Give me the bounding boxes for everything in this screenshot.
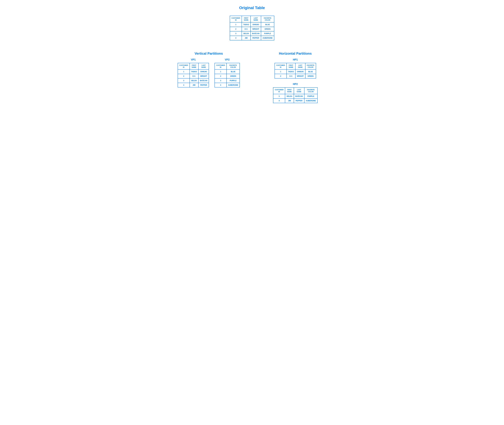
cell-color: GREEN [305,74,316,78]
cell-id: 4 [215,83,227,87]
hp2-block: HP2 CUSTOMERID FIRSTNAME LASTNAME FAVORI… [273,83,317,103]
vertical-partitions-title: Vertical Partitions [168,52,249,55]
vp1-block: VP1 CUSTOMERID FIRSTNAME LASTNAME 1 [178,58,209,88]
cell-last: OHNUKI [198,69,209,74]
cell-id: 3 [178,78,190,83]
col-header-last-name: LASTNAME [198,63,209,70]
cell-id: 1 [230,22,242,27]
cell-first: TAEKO [287,69,295,74]
cell-color: AUBERGINE [227,83,240,87]
cell-last: PEPPER [198,83,209,87]
cell-color: GREEN [261,27,274,31]
horizontal-partitions-group: Horizontal Partitions HP1 CUSTOMERID FIR… [255,52,336,103]
cell-id: 1 [215,69,227,74]
col-header-customer-id: CUSTOMERID [230,16,242,22]
cell-color: AUBERGINE [304,99,317,103]
cell-id: 2 [215,74,227,78]
cell-id: 1 [275,69,287,74]
hp2-table: CUSTOMERID FIRSTNAME LASTNAME FAVORITECO… [273,87,317,103]
col-header-first-name: FIRSTNAME [242,16,250,22]
vp-tables-container: VP1 CUSTOMERID FIRSTNAME LASTNAME 1 [168,58,249,88]
cell-color: BLUE [261,22,274,27]
vp2-table: CUSTOMERID FAVORITECOLOR 1 BLUE 2 [215,63,240,88]
cell-id: 3 [273,94,285,99]
table-row: 3 SELDA BAĞCAN [178,78,209,83]
col-header-first-name: FIRSTNAME [285,87,294,94]
cell-color: BLUE [227,69,240,74]
partitions-row: Vertical Partitions VP1 CUSTOMERID FIRST… [168,52,336,103]
cell-id: 2 [275,74,287,78]
diagram-container: Original Table CUSTOMERID FIRSTNAME LAST… [168,6,336,103]
vp1-title: VP1 [191,58,196,61]
cell-first: TAEKO [242,22,250,27]
cell-first: O.V. [190,74,198,78]
cell-last: WRIGHT [198,74,209,78]
col-header-favorite-color: FAVORITECOLOR [304,87,317,94]
table-row: 4 JIM PEPPER AUBERGINE [273,99,317,103]
cell-first: SELDA [285,94,294,99]
cell-id: 2 [178,74,190,78]
cell-id: 4 [230,36,242,40]
cell-last: BAĞCAN [198,78,209,83]
col-header-favorite-color: FAVORITECOLOR [227,63,240,70]
table-row: 4 AUBERGINE [215,83,240,87]
cell-first: SELDA [190,78,198,83]
table-row: 2 GREEN [215,74,240,78]
col-header-last-name: LASTNAME [250,16,261,22]
cell-color: BLUE [305,69,316,74]
cell-color: GREEN [227,74,240,78]
cell-first: O.V. [242,27,250,31]
cell-last: PEPPER [294,99,304,103]
cell-last: BAĞCAN [294,94,304,99]
table-row: 3 SELDA BAĞCAN PURPLE [273,94,317,99]
table-row: 3 SELDA BAĞCAN PURPLE [230,31,274,36]
vp1-table: CUSTOMERID FIRSTNAME LASTNAME 1 TAEKO OH… [178,63,209,88]
hp-tables-container: HP1 CUSTOMERID FIRSTNAME LASTNAME FAVORI… [255,58,336,103]
table-row: 2 O.V. WRIGHT GREEN [230,27,274,31]
cell-id: 3 [215,78,227,83]
cell-last: BAĞCAN [250,31,261,36]
cell-last: OHNUKI [250,22,261,27]
cell-id: 4 [178,83,190,87]
cell-color: AUBERGINE [261,36,274,40]
cell-id: 2 [230,27,242,31]
hp2-title: HP2 [293,83,298,86]
vp2-block: VP2 CUSTOMERID FAVORITECOLOR 1 BLUE [215,58,240,88]
original-table-title: Original Table [168,6,336,10]
original-table-section: CUSTOMERID FIRSTNAME LASTNAME FAVORITECO… [168,16,336,40]
table-row: 2 O.V. WRIGHT GREEN [275,74,316,78]
col-header-customer-id: CUSTOMERID [215,63,227,70]
table-row: 1 TAEKO OHNUKI BLUE [275,69,316,74]
hp1-table: CUSTOMERID FIRSTNAME LASTNAME FAVORITECO… [275,63,316,79]
horizontal-partitions-title: Horizontal Partitions [255,52,336,55]
cell-last: OHNUKI [295,69,305,74]
cell-first: JIM [190,83,198,87]
cell-id: 1 [178,69,190,74]
cell-last: WRIGHT [250,27,261,31]
table-row: 4 JIM PEPPER AUBERGINE [230,36,274,40]
cell-first: JIM [285,99,294,103]
cell-id: 3 [230,31,242,36]
cell-first: TAEKO [190,69,198,74]
table-row: 1 TAEKO OHNUKI [178,69,209,74]
cell-last: PEPPER [250,36,261,40]
col-header-customer-id: CUSTOMERID [178,63,190,70]
table-row: 3 PURPLE [215,78,240,83]
hp1-title: HP1 [293,58,298,61]
hp1-block: HP1 CUSTOMERID FIRSTNAME LASTNAME FAVORI… [275,58,316,79]
table-row: 2 O.V. WRIGHT [178,74,209,78]
cell-first: SELDA [242,31,250,36]
cell-color: PURPLE [261,31,274,36]
original-table: CUSTOMERID FIRSTNAME LASTNAME FAVORITECO… [230,16,274,40]
cell-color: PURPLE [304,94,317,99]
cell-color: PURPLE [227,78,240,83]
table-row: 1 BLUE [215,69,240,74]
col-header-first-name: FIRSTNAME [190,63,198,70]
col-header-last-name: LASTNAME [294,87,304,94]
col-header-last-name: LASTNAME [295,63,305,70]
vertical-partitions-group: Vertical Partitions VP1 CUSTOMERID FIRST… [168,52,249,88]
col-header-first-name: FIRSTNAME [287,63,295,70]
cell-first: O.V. [287,74,295,78]
table-row: 4 JIM PEPPER [178,83,209,87]
cell-id: 4 [273,99,285,103]
